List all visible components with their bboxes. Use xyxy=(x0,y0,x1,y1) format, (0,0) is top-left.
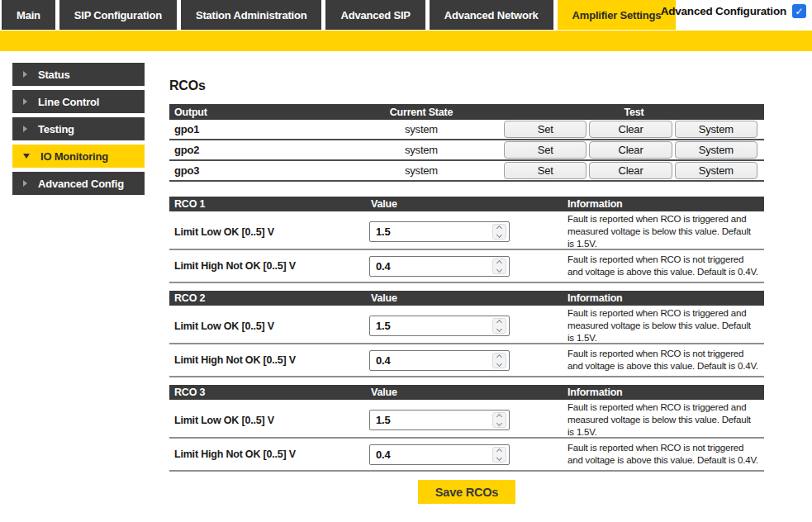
column-header-value: Value xyxy=(369,198,566,210)
sidebar-item-io-monitoring[interactable]: IO Monitoring xyxy=(12,145,145,168)
rco1-limit-high-row: Limit High Not OK [0..5] V Fault is repo… xyxy=(169,250,764,283)
gpo1-set-button[interactable]: Set xyxy=(504,121,586,138)
sidebar-item-label: IO Monitoring xyxy=(40,150,108,163)
save-rcos-button[interactable]: Save RCOs xyxy=(418,480,515,504)
limit-low-info: Fault is reported when RCO is triggered … xyxy=(566,400,764,440)
column-header-information: Information xyxy=(566,198,764,210)
sidebar-item-label: Advanced Config xyxy=(38,178,124,190)
sidebar-item-status[interactable]: Status xyxy=(12,63,145,86)
rco2-section: RCO 2 Value Information Limit Low OK [0.… xyxy=(169,291,764,377)
column-header-value: Value xyxy=(369,292,566,304)
rco3-limit-high-row: Limit High Not OK [0..5] V Fault is repo… xyxy=(169,439,764,472)
rco1-section: RCO 1 Value Information Limit Low OK [0.… xyxy=(169,197,764,283)
gpo3-current-state: system xyxy=(339,164,504,177)
gpo1-current-state: system xyxy=(339,123,504,135)
column-header-current-state: Current State xyxy=(339,107,504,118)
limit-high-info: Fault is reported when RCO is not trigge… xyxy=(566,440,764,468)
spinner-up-icon[interactable] xyxy=(496,320,502,325)
spinner-down-icon[interactable] xyxy=(496,326,502,332)
page-title: RCOs xyxy=(169,78,764,93)
number-spinner[interactable] xyxy=(492,412,506,428)
column-header-test: Test xyxy=(504,107,764,118)
limit-high-label: Limit High Not OK [0..5] V xyxy=(169,260,369,272)
spinner-down-icon[interactable] xyxy=(496,454,502,460)
gpo3-system-button[interactable]: System xyxy=(675,162,757,179)
spinner-down-icon[interactable] xyxy=(496,266,502,272)
rco1-title: RCO 1 xyxy=(169,198,369,210)
rco3-limit-low-input[interactable] xyxy=(369,410,510,430)
column-header-information: Information xyxy=(566,387,764,398)
sidebar-item-label: Status xyxy=(38,69,70,81)
rco3-limit-high-input[interactable] xyxy=(369,444,510,465)
chevron-right-icon xyxy=(23,98,27,105)
tab-main[interactable]: Main xyxy=(2,0,55,30)
spinner-up-icon[interactable] xyxy=(496,225,502,231)
rco3-section: RCO 3 Value Information Limit Low OK [0.… xyxy=(169,385,764,472)
gpo1-label: gpo1 xyxy=(169,123,339,135)
tab-advanced-network[interactable]: Advanced Network xyxy=(430,0,553,30)
limit-high-info: Fault is reported when RCO is not trigge… xyxy=(566,252,764,280)
advanced-configuration-control: Advanced Configuration ✓ xyxy=(661,4,806,18)
limit-low-info: Fault is reported when RCO is triggered … xyxy=(566,306,764,346)
gpo1-system-button[interactable]: System xyxy=(675,121,757,138)
limit-high-label: Limit High Not OK [0..5] V xyxy=(169,354,369,366)
number-spinner[interactable] xyxy=(492,353,506,368)
tab-station-administration[interactable]: Station Administration xyxy=(181,0,322,30)
number-spinner[interactable] xyxy=(492,318,506,334)
gpo2-clear-button[interactable]: Clear xyxy=(589,141,672,159)
gpo2-label: gpo2 xyxy=(169,144,339,156)
checkmark-icon: ✓ xyxy=(795,7,804,17)
rco1-limit-low-input[interactable] xyxy=(369,221,510,242)
main-content: RCOs Output Current State Test gpo1 syst… xyxy=(169,78,764,504)
gpo1-clear-button[interactable]: Clear xyxy=(589,121,672,138)
rco2-limit-low-row: Limit Low OK [0..5] V Fault is reported … xyxy=(169,306,764,344)
gpo2-system-button[interactable]: System xyxy=(675,141,757,159)
limit-low-label: Limit Low OK [0..5] V xyxy=(169,415,369,426)
limit-low-info: Fault is reported when RCO is triggered … xyxy=(566,211,764,252)
spinner-down-icon[interactable] xyxy=(496,420,502,426)
chevron-right-icon xyxy=(23,71,27,78)
rco3-header: RCO 3 Value Information xyxy=(169,385,764,400)
tab-sip-configuration[interactable]: SIP Configuration xyxy=(59,0,177,30)
gpo2-set-button[interactable]: Set xyxy=(504,141,586,159)
limit-low-label: Limit Low OK [0..5] V xyxy=(169,320,369,332)
spinner-down-icon[interactable] xyxy=(496,360,502,366)
gpo3-clear-button[interactable]: Clear xyxy=(589,162,672,179)
advanced-configuration-checkbox[interactable]: ✓ xyxy=(792,4,806,18)
gpo3-label: gpo3 xyxy=(169,164,339,177)
accent-bar xyxy=(0,31,812,51)
tab-advanced-sip[interactable]: Advanced SIP xyxy=(325,0,425,30)
spinner-up-icon[interactable] xyxy=(496,354,502,359)
chevron-right-icon xyxy=(23,126,27,132)
number-spinner[interactable] xyxy=(492,224,506,240)
rco2-header: RCO 2 Value Information xyxy=(169,291,764,306)
table-row-gpo3: gpo3 system Set Clear System xyxy=(169,161,764,182)
number-spinner[interactable] xyxy=(492,259,506,274)
gpo3-set-button[interactable]: Set xyxy=(504,162,586,179)
limit-high-info: Fault is reported when RCO is not trigge… xyxy=(566,346,764,374)
rco2-limit-high-input[interactable] xyxy=(369,350,510,371)
advanced-configuration-label: Advanced Configuration xyxy=(661,5,786,17)
sidebar-item-line-control[interactable]: Line Control xyxy=(12,90,145,113)
gpo2-current-state: system xyxy=(339,144,504,156)
rco1-header: RCO 1 Value Information xyxy=(169,197,764,211)
rco2-limit-high-row: Limit High Not OK [0..5] V Fault is repo… xyxy=(169,344,764,377)
table-row-gpo1: gpo1 system Set Clear System xyxy=(169,120,764,140)
number-spinner[interactable] xyxy=(492,447,506,463)
chevron-down-icon xyxy=(23,154,30,159)
sidebar-item-testing[interactable]: Testing xyxy=(12,117,145,140)
spinner-up-icon[interactable] xyxy=(496,259,502,265)
rco1-limit-low-row: Limit Low OK [0..5] V Fault is reported … xyxy=(169,211,764,250)
gpo-table-header: Output Current State Test xyxy=(169,104,764,120)
spinner-up-icon[interactable] xyxy=(496,448,502,453)
rco2-limit-low-input[interactable] xyxy=(369,316,510,336)
spinner-up-icon[interactable] xyxy=(496,414,502,420)
sidebar-nav: Status Line Control Testing IO Monitorin… xyxy=(12,63,145,199)
limit-high-label: Limit High Not OK [0..5] V xyxy=(169,448,369,460)
column-header-output: Output xyxy=(169,107,339,118)
top-tab-bar: Main SIP Configuration Station Administr… xyxy=(2,0,676,30)
rco1-limit-high-input[interactable] xyxy=(369,256,510,277)
tab-amplifier-settings[interactable]: Amplifier Settings xyxy=(558,0,677,30)
sidebar-item-advanced-config[interactable]: Advanced Config xyxy=(12,172,145,195)
spinner-down-icon[interactable] xyxy=(496,232,502,238)
